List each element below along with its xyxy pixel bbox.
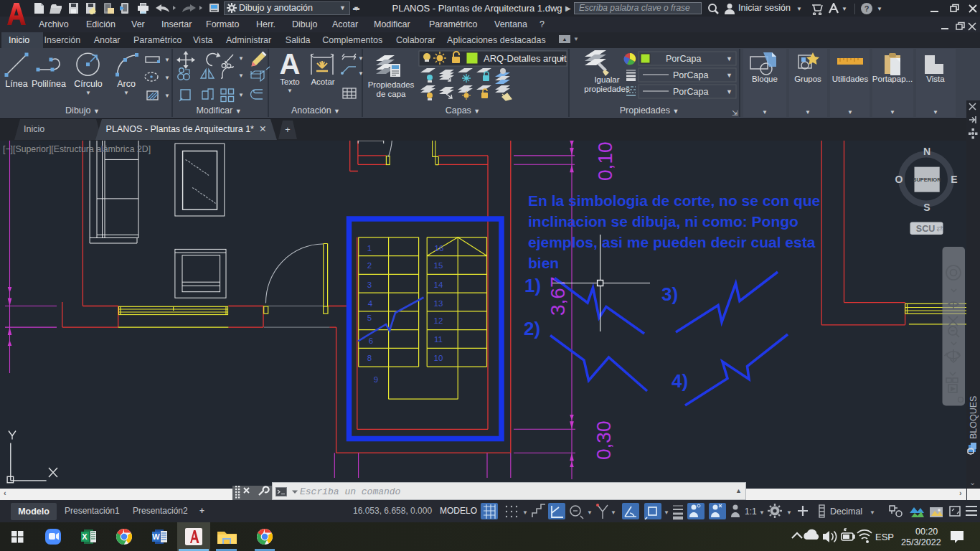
svg-text:3): 3) xyxy=(661,283,678,305)
svg-text:14: 14 xyxy=(434,281,443,289)
svg-text:▼: ▼ xyxy=(238,92,244,98)
svg-text:▼: ▼ xyxy=(85,90,91,96)
svg-text:▼: ▼ xyxy=(587,509,593,516)
svg-text:ESP: ESP xyxy=(875,532,894,542)
svg-text:3: 3 xyxy=(367,281,372,289)
svg-text:Acotar: Acotar xyxy=(311,77,334,86)
svg-text:9: 9 xyxy=(374,375,378,384)
svg-text:▼: ▼ xyxy=(786,509,792,516)
svg-text:Anotación ▼: Anotación ▼ xyxy=(291,105,340,116)
svg-text:10: 10 xyxy=(434,354,443,362)
svg-text:⇲: ⇲ xyxy=(732,109,738,117)
svg-text:▼: ▼ xyxy=(759,509,765,516)
svg-text:Decimal: Decimal xyxy=(830,507,862,517)
svg-text:6: 6 xyxy=(369,336,373,345)
svg-text:N: N xyxy=(923,146,930,157)
svg-text:▼: ▼ xyxy=(559,55,565,62)
svg-text:0,30: 0,30 xyxy=(593,421,615,461)
svg-text:▼: ▼ xyxy=(664,509,669,516)
svg-text:Capas ▼: Capas ▼ xyxy=(446,105,481,116)
svg-text:Texto: Texto xyxy=(280,77,300,86)
svg-text:⌄: ⌄ xyxy=(969,478,976,486)
svg-text:1:1: 1:1 xyxy=(745,507,757,517)
svg-text:⇄: ⇄ xyxy=(936,224,943,232)
svg-text:bien: bien xyxy=(528,255,559,271)
svg-text:E: E xyxy=(951,174,957,185)
svg-text:1): 1) xyxy=(524,275,541,296)
svg-text:▼: ▼ xyxy=(870,509,875,516)
svg-text:▼: ▼ xyxy=(847,109,853,116)
svg-text:11: 11 xyxy=(434,335,443,344)
svg-text:▼: ▼ xyxy=(522,509,528,516)
svg-text:Modificar ▼: Modificar ▼ xyxy=(196,105,241,116)
svg-text:▼: ▼ xyxy=(726,72,732,79)
svg-text:25/3/2022: 25/3/2022 xyxy=(901,537,941,547)
svg-text:Propiedades ▼: Propiedades ▼ xyxy=(620,105,679,116)
svg-text:PorCapa: PorCapa xyxy=(666,54,701,64)
svg-text:X: X xyxy=(82,532,88,541)
svg-text:4: 4 xyxy=(368,299,373,308)
svg-text:W: W xyxy=(152,532,160,541)
svg-text:▼: ▼ xyxy=(890,109,895,116)
svg-text:2: 2 xyxy=(367,261,372,270)
svg-text:BLOQUES: BLOQUES xyxy=(969,396,979,439)
svg-text:12: 12 xyxy=(434,316,443,325)
svg-text:Polilínea: Polilínea xyxy=(32,79,66,89)
svg-text:▼: ▼ xyxy=(358,70,364,77)
svg-text:Igualar: Igualar xyxy=(594,75,619,84)
svg-text:1: 1 xyxy=(367,244,372,253)
svg-text:00:20: 00:20 xyxy=(915,527,938,537)
svg-text:▼: ▼ xyxy=(238,55,244,62)
svg-text:5: 5 xyxy=(367,314,372,322)
svg-text:PorCapa: PorCapa xyxy=(673,87,708,97)
svg-text:16: 16 xyxy=(435,244,444,253)
svg-text:▼: ▼ xyxy=(164,93,170,99)
svg-text:8: 8 xyxy=(367,354,372,362)
svg-text:ejemplos, asi me pueden decir: ejemplos, asi me pueden decir cual esta xyxy=(528,234,816,250)
svg-text:▼: ▼ xyxy=(164,57,170,63)
svg-text:15: 15 xyxy=(434,261,443,270)
svg-text:S: S xyxy=(923,202,930,213)
svg-text:A: A xyxy=(280,48,301,80)
svg-text:SCU: SCU xyxy=(916,224,935,234)
svg-text:0,10: 0,10 xyxy=(594,142,616,182)
svg-text:ARQ-Detalles arquit: ARQ-Detalles arquit xyxy=(484,53,567,64)
svg-text:13: 13 xyxy=(434,299,443,308)
svg-text:Línea: Línea xyxy=(5,79,27,89)
svg-text:Arco: Arco xyxy=(117,79,136,89)
svg-text:▼: ▼ xyxy=(238,72,244,79)
svg-text:Círculo: Círculo xyxy=(74,79,103,89)
svg-text:▼: ▼ xyxy=(164,75,170,81)
svg-text:▼: ▼ xyxy=(123,90,129,96)
svg-text:Portapap...: Portapap... xyxy=(872,75,913,83)
svg-text:Bloque: Bloque xyxy=(752,75,778,83)
svg-text:[−][Superior][Estructura alámb: [−][Superior][Estructura alámbrica 2D] xyxy=(3,144,151,154)
svg-text:?: ? xyxy=(864,4,870,13)
svg-text:En la simbologia de corte, no: En la simbologia de corte, no se con que xyxy=(528,192,820,209)
svg-text:3,67: 3,67 xyxy=(547,277,569,316)
svg-text:O: O xyxy=(895,174,903,185)
svg-text:SUPERIOR: SUPERIOR xyxy=(913,176,941,183)
svg-text:Dibujo ▼: Dibujo ▼ xyxy=(65,105,100,116)
svg-text:▼: ▼ xyxy=(805,109,811,116)
svg-text:▼: ▼ xyxy=(611,509,616,516)
svg-text:PorCapa: PorCapa xyxy=(673,70,708,80)
svg-text:▼: ▼ xyxy=(358,55,364,62)
svg-text:propiedades: propiedades xyxy=(584,85,630,93)
svg-text:de capa: de capa xyxy=(377,90,407,98)
svg-text:2): 2) xyxy=(524,318,540,339)
svg-text:4): 4) xyxy=(672,370,688,392)
svg-text:▼: ▼ xyxy=(762,109,768,116)
svg-text:Utilidades: Utilidades xyxy=(832,75,869,83)
svg-text:inclinacion se dibuja, ni como: inclinacion se dibuja, ni como: Pongo xyxy=(528,213,798,230)
svg-text:Propiedades: Propiedades xyxy=(368,80,415,89)
svg-text:▼: ▼ xyxy=(726,88,732,95)
svg-text:▼: ▼ xyxy=(933,109,938,116)
svg-text:▼: ▼ xyxy=(726,55,732,62)
svg-text:Vista: Vista xyxy=(926,75,945,83)
svg-text:Grupos: Grupos xyxy=(794,75,821,83)
svg-text:▼: ▼ xyxy=(287,88,293,94)
